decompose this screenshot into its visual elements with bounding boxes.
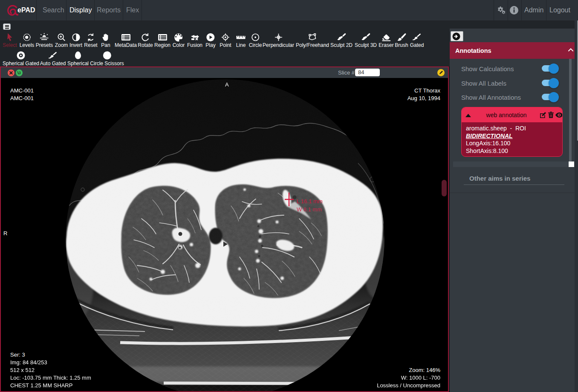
svg-text:L 16.1 mm: L 16.1 mm	[297, 198, 323, 205]
svg-text:W 8.1 mm: W 8.1 mm	[297, 206, 322, 213]
